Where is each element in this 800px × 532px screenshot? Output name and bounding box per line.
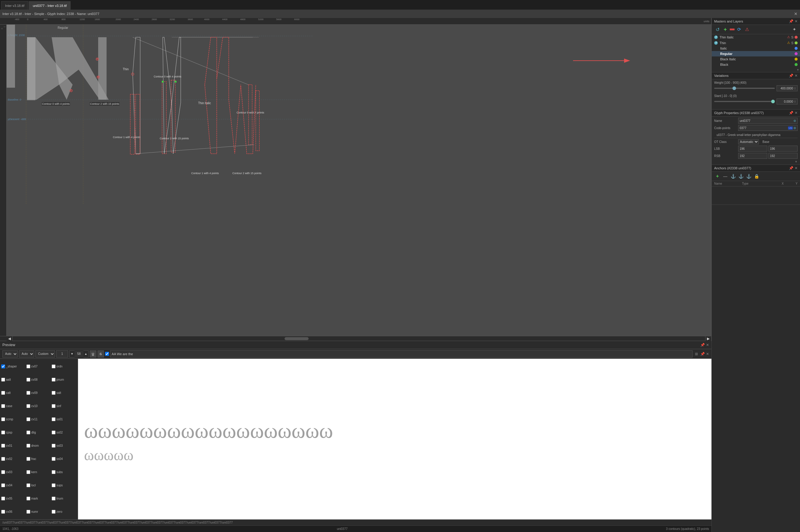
- size-down[interactable]: ▼: [70, 352, 74, 356]
- contour1-right-label: Contour 1 with 4 points: [191, 172, 219, 175]
- weight-slider[interactable]: [714, 88, 775, 89]
- svg-line-19: [136, 145, 254, 154]
- canvas-row: 1 0 -1 -2 -3 -4 -5 -6 Regular x height: …: [0, 25, 711, 336]
- anchors-close[interactable]: ✕: [795, 166, 798, 170]
- masters-settings-btn[interactable]: ✦: [791, 26, 798, 33]
- masters-add-btn[interactable]: +: [722, 26, 728, 33]
- master-black-italic[interactable]: Black Italic: [712, 56, 800, 62]
- slant-value: 0.0000 ⬆: [777, 98, 798, 104]
- left-column: units -400 0 400 800 1200 1600 2000 2400…: [0, 18, 711, 532]
- contour0-label: Contour 0 with 4 points: [154, 75, 182, 78]
- anchors-header: Anchors (#2338 uni0377) 📌 ✕: [712, 165, 800, 172]
- contour2-center-label: Contour 2 with 15 points: [160, 137, 189, 140]
- glyph-name-label: Name: [714, 119, 738, 122]
- anchor-paste-btn[interactable]: ⚓: [745, 173, 752, 179]
- variations-pin[interactable]: 📌: [789, 74, 794, 78]
- masters-close[interactable]: ✕: [795, 19, 798, 23]
- variations-close[interactable]: ✕: [795, 74, 798, 78]
- slant-slider[interactable]: [714, 101, 775, 102]
- close-button[interactable]: ✕: [794, 12, 798, 16]
- anchor-add-btn[interactable]: +: [714, 173, 721, 179]
- preview-checkboxes: _shaper cv07 ordn aalt cv08: [0, 359, 78, 519]
- rsb-value2: 192: [768, 153, 798, 159]
- canvas-area[interactable]: Regular x height: 1536 Baseline: 0 yDesc…: [6, 25, 711, 336]
- svg-text:✕: ✕: [96, 57, 98, 61]
- slant-row: Slant [-10 - 0] (0) 0.0000 ⬆: [714, 94, 798, 104]
- preview-auto2-select[interactable]: Auto: [19, 350, 34, 358]
- masters-pin[interactable]: 📌: [789, 19, 794, 23]
- strikethrough-button[interactable]: S: [98, 350, 104, 358]
- tab-uni0377[interactable]: uni0377 - Inter v3.18.ttf: [29, 1, 71, 10]
- masters-sync-btn[interactable]: ⟳: [736, 26, 742, 33]
- preview-toolbar-close[interactable]: ✕: [706, 352, 709, 356]
- tab-inter[interactable]: Inter v3.18.ttf: [1, 1, 28, 10]
- masters-warning-btn[interactable]: ⚠: [744, 26, 750, 33]
- scrollbar-thumb[interactable]: [285, 337, 309, 340]
- preview-custom-select[interactable]: Custom: [35, 350, 55, 358]
- contour0-right-label: Contour 0 with 4 points: [236, 111, 265, 114]
- glyph-props-pin[interactable]: 📌: [789, 111, 794, 115]
- preview-large-row: ωωωωωωωωωωωωωωωωωω: [81, 414, 708, 444]
- pin-icon[interactable]: 📌: [700, 343, 705, 347]
- anchors-pin[interactable]: 📌: [789, 166, 794, 170]
- masters-remove-btn[interactable]: [730, 28, 735, 30]
- preview-number-input[interactable]: [56, 350, 68, 358]
- anchors-column-headers: Name Type X Y: [712, 181, 800, 187]
- anchor-copy-btn[interactable]: ⚓: [738, 173, 744, 179]
- unicode-badge: UN: [788, 127, 793, 130]
- weight-thumb[interactable]: [732, 87, 736, 90]
- cb-ss03: ss03: [52, 439, 77, 452]
- master-thin[interactable]: ↺ Thin ⚠ S: [712, 40, 800, 46]
- anchor-lock-btn[interactable]: 🔒: [753, 173, 760, 179]
- anchors-title: Anchors (#2338 uni0377): [714, 166, 751, 170]
- anchor-remove-btn[interactable]: —: [722, 173, 728, 179]
- preview-toolbar-pin[interactable]: 📌: [700, 352, 705, 356]
- scroll-left[interactable]: ◀: [6, 336, 13, 341]
- master-regular[interactable]: Regular: [712, 51, 800, 56]
- glyph-otclass-row: OT Class Automatic Base: [714, 139, 798, 145]
- underline-button[interactable]: U: [90, 350, 96, 358]
- preview-auto1-select[interactable]: Auto: [2, 350, 18, 358]
- otclass-select[interactable]: Automatic: [738, 139, 759, 145]
- masters-refresh-btn[interactable]: ↺: [714, 26, 721, 33]
- cb-frac: frac: [26, 453, 51, 466]
- preview-content: _shaper cv07 ordn aalt cv08: [0, 359, 711, 519]
- preview-size-input[interactable]: [74, 350, 83, 358]
- codepoints-edit-icon[interactable]: ⚙: [794, 127, 796, 130]
- cb-cv06: cv06: [1, 505, 26, 518]
- thin-italic-label: Thin Italic: [198, 101, 211, 105]
- preview-text-input[interactable]: [110, 350, 692, 358]
- cb-cv02: cv02: [1, 453, 26, 466]
- right-panel: Masters and Layers 📌 ✕ ↺ + ⟳ ⚠ ✦ ↺: [711, 18, 800, 532]
- size-up[interactable]: ▲: [83, 352, 88, 356]
- weight-value: 400.0000 ⬆: [777, 85, 798, 91]
- glyph-editor: units -400 0 400 800 1200 1600 2000 2400…: [0, 18, 711, 341]
- master-thin-italic[interactable]: ↺ Thin Italic ⚠ S: [712, 34, 800, 40]
- preview-close-icon[interactable]: ✕: [706, 343, 709, 347]
- svg-text:ωωωωω: ωωωωω: [84, 447, 134, 463]
- anchor-link-btn[interactable]: ⚓: [730, 173, 736, 179]
- glyph-props-scroll[interactable]: ▼: [795, 160, 798, 163]
- rsb-row: RSB 192 192: [714, 153, 798, 159]
- cb-cv11: cv11: [26, 413, 51, 426]
- master-black-label: Black: [720, 63, 795, 66]
- scroll-right[interactable]: ▶: [705, 336, 711, 341]
- master-italic[interactable]: Italic: [712, 46, 800, 51]
- master-italic-label: Italic: [720, 46, 795, 50]
- cb-ss02: ss02: [52, 426, 77, 439]
- master-black[interactable]: Black: [712, 62, 800, 67]
- preview-expand[interactable]: ⊞: [695, 352, 698, 356]
- slant-thumb[interactable]: [771, 100, 775, 103]
- preview-path-text: /uni0377/uni0377/uni0377/uni0377/uni0377…: [2, 521, 233, 524]
- glyph-props-close[interactable]: ✕: [795, 111, 798, 115]
- masters-scroll-down[interactable]: ▼: [796, 68, 799, 72]
- weight-label: Weight [100 - 900] (400): [714, 81, 798, 84]
- preview-checkbox[interactable]: [105, 352, 109, 356]
- svg-rect-16: [249, 85, 252, 145]
- master-thin-italic-label: Thin Italic: [720, 35, 787, 39]
- cb-cv05: cv05: [1, 492, 26, 505]
- glyph-name-edit-icon[interactable]: ⚙: [794, 119, 796, 122]
- horizontal-scrollbar[interactable]: ▶ ◀: [0, 336, 711, 341]
- glyph-props-content: Name uni0377 ⚙ Code-points 0377 UN ⚙: [712, 116, 800, 165]
- weight-row: Weight [100 - 900] (400) 400.0000 ⬆: [714, 81, 798, 91]
